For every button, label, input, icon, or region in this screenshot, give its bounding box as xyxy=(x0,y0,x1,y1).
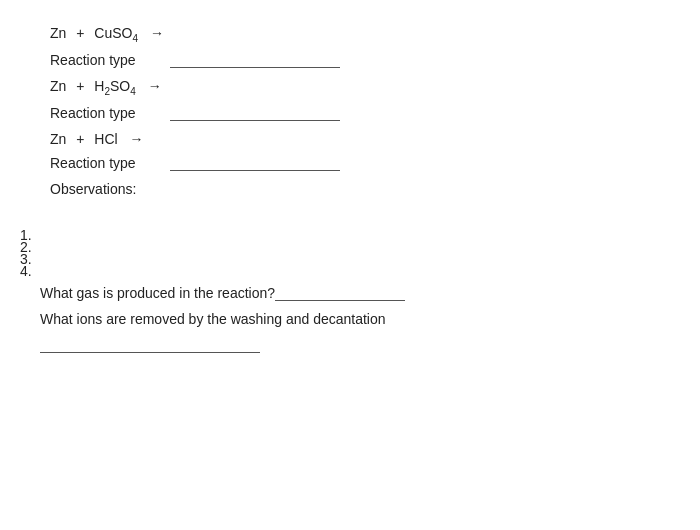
question-1-text: What gas is produced in the reaction? xyxy=(40,285,275,301)
question-2-row: What ions are removed by the washing and… xyxy=(0,311,700,327)
list-item-2: 2. xyxy=(0,233,700,245)
reaction-1-formula: Zn + CuSO4 → xyxy=(50,25,164,44)
reaction-3-line: Zn + HCl → xyxy=(40,131,660,147)
zn-1: Zn xyxy=(50,25,66,41)
list-item-4: 4. xyxy=(0,257,700,269)
reaction-type-3-row: Reaction type xyxy=(40,155,660,171)
plus-2: + xyxy=(76,78,84,94)
reaction-3-formula: Zn + HCl → xyxy=(50,131,144,147)
question-1-row: What gas is produced in the reaction? xyxy=(0,285,700,301)
reaction-type-2-label: Reaction type xyxy=(50,105,150,121)
reaction-2-formula: Zn + H2SO4 → xyxy=(50,78,162,97)
list-item-1: 1. xyxy=(0,221,700,233)
list-item-3: 3. xyxy=(0,245,700,257)
observations-row: Observations: xyxy=(40,181,660,197)
reaction-type-1-label: Reaction type xyxy=(50,52,150,68)
plus-1: + xyxy=(76,25,84,41)
reaction-type-1-row: Reaction type xyxy=(40,52,660,68)
question-2-answer[interactable] xyxy=(40,337,260,353)
arrow-1: → xyxy=(150,25,164,41)
plus-3: + xyxy=(76,131,84,147)
list-num-4: 4. xyxy=(20,263,32,279)
question-2-text: What ions are removed by the washing and… xyxy=(40,311,386,327)
reaction-type-2-row: Reaction type xyxy=(40,105,660,121)
reaction-type-3-answer[interactable] xyxy=(170,155,340,171)
reaction-1-line: Zn + CuSO4 → xyxy=(40,25,660,44)
reaction-type-3-label: Reaction type xyxy=(50,155,150,171)
arrow-3: → xyxy=(130,131,144,147)
cuso4-formula: CuSO4 xyxy=(94,25,138,41)
reaction-2-line: Zn + H2SO4 → xyxy=(40,78,660,97)
hcl-formula: HCl xyxy=(94,131,117,147)
question-1-answer[interactable] xyxy=(275,285,405,301)
h2so4-formula: H2SO4 xyxy=(94,78,135,94)
zn-2: Zn xyxy=(50,78,66,94)
reaction-type-2-answer[interactable] xyxy=(170,105,340,121)
numbered-list: 1. 2. 3. 4. xyxy=(0,221,700,269)
observations-label: Observations: xyxy=(50,181,136,197)
reaction-type-1-answer[interactable] xyxy=(170,52,340,68)
zn-3: Zn xyxy=(50,131,66,147)
arrow-2: → xyxy=(148,78,162,94)
